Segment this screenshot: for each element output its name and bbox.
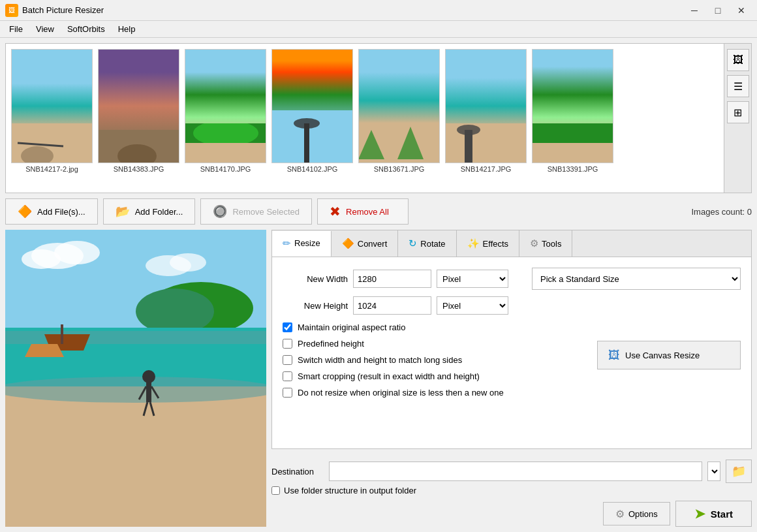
menu-softorbits[interactable]: SoftOrbits bbox=[61, 22, 112, 36]
svg-rect-9 bbox=[304, 123, 309, 163]
toolbar-row: 🔶 Add File(s)... 📂 Add Folder... 🔘 Remov… bbox=[5, 198, 752, 225]
no-resize-label[interactable]: Do not resize when original size is less… bbox=[298, 388, 504, 398]
remove-selected-button[interactable]: 🔘 Remove Selected bbox=[200, 198, 312, 225]
image-thumb[interactable]: SNB14217-2.jpg bbox=[11, 49, 93, 187]
standard-size-select[interactable]: Pick a Standard Size 800×600 1024×768 19… bbox=[532, 268, 741, 290]
smart-crop-checkbox[interactable] bbox=[283, 371, 292, 381]
add-folder-button[interactable]: 📂 Add Folder... bbox=[103, 198, 196, 225]
width-unit-select[interactable]: Pixel Percent bbox=[437, 270, 508, 288]
close-button[interactable]: ✕ bbox=[731, 3, 752, 18]
remove-all-button[interactable]: ✖ Remove All bbox=[317, 198, 409, 225]
switch-sides-label[interactable]: Switch width and height to match long si… bbox=[298, 355, 462, 365]
add-files-button[interactable]: 🔶 Add File(s)... bbox=[5, 198, 98, 225]
remove-all-icon: ✖ bbox=[330, 204, 341, 219]
thumb-label: SNB14170.JPG bbox=[200, 165, 251, 173]
maintain-aspect-checkbox[interactable] bbox=[283, 322, 292, 332]
options-button[interactable]: ⚙ Options bbox=[603, 502, 670, 525]
tools-tab-icon: ⚙ bbox=[530, 238, 538, 249]
destination-label: Destination bbox=[271, 467, 324, 477]
switch-sides-checkbox[interactable] bbox=[283, 355, 292, 365]
tab-resize-label: Resize bbox=[294, 238, 320, 248]
beach-image bbox=[5, 230, 266, 527]
strip-sidebar: 🖼 ☰ ⊞ bbox=[724, 44, 751, 193]
tab-effects-label: Effects bbox=[483, 239, 509, 249]
svg-rect-37 bbox=[146, 383, 151, 402]
svg-point-35 bbox=[5, 377, 266, 403]
image-thumb[interactable]: SNB14217.JPG bbox=[445, 49, 527, 187]
menu-view[interactable]: View bbox=[29, 22, 61, 36]
tab-convert[interactable]: 🔶 Convert bbox=[332, 230, 399, 257]
start-label: Start bbox=[711, 509, 733, 520]
images-count: Images count: 0 bbox=[692, 207, 752, 217]
menu-bar: File View SoftOrbits Help bbox=[0, 21, 757, 38]
new-height-input[interactable] bbox=[353, 296, 431, 315]
add-folder-icon: 📂 bbox=[116, 204, 130, 219]
browse-folder-button[interactable]: 📁 bbox=[726, 460, 752, 483]
svg-rect-18 bbox=[532, 123, 613, 143]
use-folder-label[interactable]: Use folder structure in output folder bbox=[284, 486, 416, 495]
new-width-input[interactable] bbox=[353, 270, 431, 288]
switch-sides-row: Switch width and height to match long si… bbox=[283, 355, 587, 365]
svg-point-26 bbox=[170, 253, 206, 272]
app-title: Batch Picture Resizer bbox=[22, 5, 684, 15]
svg-point-36 bbox=[142, 370, 155, 383]
maximize-button[interactable]: □ bbox=[707, 3, 728, 18]
image-thumb[interactable]: SNB14170.JPG bbox=[185, 49, 266, 187]
tab-effects[interactable]: ✨ Effects bbox=[457, 230, 520, 257]
new-height-label: New Height bbox=[283, 301, 348, 311]
window-controls: ─ □ ✕ bbox=[684, 3, 752, 18]
height-unit-select[interactable]: Pixel Percent bbox=[437, 296, 508, 315]
add-folder-label: Add Folder... bbox=[135, 207, 183, 217]
remove-selected-label: Remove Selected bbox=[232, 207, 300, 217]
destination-input[interactable] bbox=[329, 462, 702, 481]
strip-image-button[interactable]: 🖼 bbox=[727, 49, 749, 71]
use-folder-row: Use folder structure in output folder bbox=[271, 486, 752, 495]
menu-file[interactable]: File bbox=[3, 22, 29, 36]
tab-tools[interactable]: ⚙ Tools bbox=[519, 230, 572, 257]
height-row: New Height Pixel Percent bbox=[283, 296, 741, 315]
image-thumb[interactable]: SNB13391.JPG bbox=[532, 49, 613, 187]
image-thumb[interactable]: SNB13671.JPG bbox=[358, 49, 440, 187]
use-folder-checkbox[interactable] bbox=[271, 486, 280, 495]
resize-tab-icon: ✏ bbox=[283, 238, 291, 249]
convert-tab-icon: 🔶 bbox=[342, 238, 354, 249]
tab-rotate[interactable]: ↻ Rotate bbox=[398, 230, 456, 257]
start-button[interactable]: ➤ Start bbox=[675, 501, 752, 527]
tab-content-resize: New Width Pixel Percent Pick a Standard … bbox=[271, 257, 752, 449]
smart-crop-row: Smart cropping (result in exact width an… bbox=[283, 371, 587, 381]
svg-point-10 bbox=[294, 118, 320, 129]
minimize-button[interactable]: ─ bbox=[684, 3, 705, 18]
bottom-controls: Destination 📁 Use folder structure in ou… bbox=[271, 454, 752, 527]
strip-list-button[interactable]: ☰ bbox=[727, 75, 749, 97]
predefined-height-checkbox[interactable] bbox=[283, 339, 292, 349]
options-label: Options bbox=[628, 509, 658, 519]
tab-resize[interactable]: ✏ Resize bbox=[272, 231, 332, 257]
maintain-aspect-label[interactable]: Maintain original aspect ratio bbox=[298, 322, 405, 332]
svg-rect-33 bbox=[61, 324, 63, 344]
image-thumb[interactable]: SNB14102.JPG bbox=[271, 49, 353, 187]
canvas-resize-label: Use Canvas Resize bbox=[625, 351, 700, 360]
effects-tab-icon: ✨ bbox=[467, 238, 480, 249]
canvas-resize-button[interactable]: 🖼 Use Canvas Resize bbox=[597, 341, 741, 369]
svg-point-16 bbox=[457, 125, 480, 135]
thumb-preview bbox=[445, 49, 527, 163]
thumb-label: SNB14217-2.jpg bbox=[25, 165, 78, 173]
predefined-height-label[interactable]: Predefined height bbox=[298, 339, 364, 349]
image-strip-container: SNB14217-2.jpg SNB14383.JPG bbox=[5, 43, 752, 193]
menu-help[interactable]: Help bbox=[112, 22, 142, 36]
svg-rect-19 bbox=[532, 143, 613, 163]
new-width-label: New Width bbox=[283, 274, 348, 284]
thumb-preview bbox=[532, 49, 613, 163]
destination-dropdown[interactable] bbox=[707, 462, 720, 481]
smart-crop-label[interactable]: Smart cropping (result in exact width an… bbox=[298, 371, 480, 381]
no-resize-row: Do not resize when original size is less… bbox=[283, 388, 587, 398]
svg-point-28 bbox=[136, 289, 214, 334]
add-files-icon: 🔶 bbox=[18, 204, 32, 219]
options-gear-icon: ⚙ bbox=[615, 508, 625, 520]
thumb-preview bbox=[185, 49, 266, 163]
svg-rect-8 bbox=[271, 110, 353, 163]
strip-grid-button[interactable]: ⊞ bbox=[727, 101, 749, 123]
image-thumb[interactable]: SNB14383.JPG bbox=[98, 49, 179, 187]
no-resize-checkbox[interactable] bbox=[283, 388, 292, 398]
thumb-preview bbox=[98, 49, 179, 163]
